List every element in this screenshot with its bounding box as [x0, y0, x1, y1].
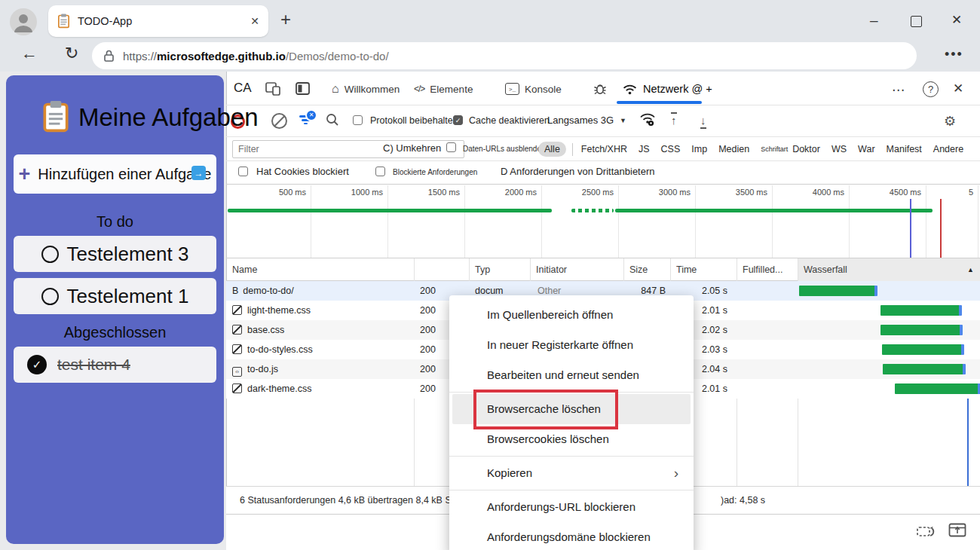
request-name-text: base.css — [247, 325, 284, 335]
invert-filter-label: C) Umkehren — [383, 142, 441, 154]
stylesheet-icon — [232, 383, 242, 393]
menu-item-bearbeiten-und-erneut-senden[interactable]: Bearbeiten und erneut senden — [449, 360, 694, 390]
list-item[interactable]: Testelement 1 — [14, 278, 216, 314]
add-task-button[interactable]: + Hinzufügen einer Aufgabe → — [14, 154, 216, 194]
devtools-more-button[interactable]: ⋯ — [892, 82, 905, 98]
filter-pill-manifest[interactable]: Manifest — [887, 144, 922, 154]
browser-tab[interactable]: TODO-App ✕ — [48, 5, 268, 37]
blocked-cookies-checkbox[interactable] — [238, 167, 248, 176]
back-button[interactable]: ← — [21, 44, 38, 63]
address-bar[interactable]: https://microsoftedge.github.io/Demos/de… — [92, 42, 917, 69]
filter-pill-war[interactable]: War — [858, 144, 874, 154]
todo-item-label: test item 4 — [57, 356, 130, 374]
timeline-gridline — [772, 185, 773, 258]
filter-pill-alle[interactable]: Alle — [538, 142, 566, 157]
disable-cache-label: Cache deaktivieren — [469, 115, 550, 126]
timeline-tick-label: 3000 ms — [638, 188, 691, 197]
todo-app-panel: To doTestelement 3Testelement 1Abgeschlo… — [6, 75, 224, 544]
filter-pill-andere[interactable]: Andere — [933, 144, 963, 154]
filter-toggle-icon[interactable]: ✕ — [297, 114, 314, 127]
import-har-icon[interactable]: ↓ — [700, 114, 706, 129]
filter-pill-ws[interactable]: WS — [831, 144, 847, 154]
menu-item-anforderungs-url-blockieren[interactable]: Anforderungs-URL blockieren — [449, 492, 694, 522]
export-har-icon[interactable]: ↑ — [671, 112, 677, 127]
window-minimize-button[interactable]: – — [870, 12, 878, 29]
panel-expand-icon[interactable] — [948, 523, 966, 537]
waterfall-bar — [882, 344, 964, 355]
profile-avatar[interactable] — [10, 8, 37, 35]
filter-pill-fetch-xhr[interactable]: Fetch/XHR — [581, 144, 627, 154]
blocked-requests-label: Blockierte Anforderungen — [393, 168, 477, 176]
list-item[interactable]: ✓test item 4 — [14, 347, 216, 383]
window-maximize-button[interactable] — [911, 16, 922, 27]
request-name: to-do-styles.css — [232, 340, 409, 359]
filter-pill-doktor[interactable]: Doktor — [792, 144, 820, 154]
network-conditions-icon[interactable] — [639, 112, 656, 127]
todo-section: Abgeschlossen✓test item 4 — [14, 320, 216, 383]
timeline-tick-label: 500 ms — [253, 188, 306, 197]
filter-pill-schriftart[interactable]: Schriftart — [761, 145, 788, 153]
timeline-tick-label: 1000 ms — [330, 188, 383, 197]
timeline-gridline — [311, 185, 311, 258]
tab-willkommen[interactable]: ⌂ Willkommen — [332, 78, 400, 100]
tab-close-icon[interactable]: ✕ — [250, 15, 259, 27]
menu-item-anforderungsdomäne-blockieren[interactable]: Anforderungsdomäne blockieren — [449, 522, 694, 550]
new-tab-button[interactable]: + — [280, 9, 291, 30]
timeline-tick-label: 3500 ms — [715, 188, 767, 197]
tab-elemente[interactable]: </> Elemente — [414, 78, 473, 100]
device-posture-icon[interactable] — [916, 524, 936, 540]
bug-icon[interactable] — [593, 81, 608, 96]
column-header-typ[interactable]: Typ — [469, 258, 530, 281]
disable-cache-checkbox[interactable]: ✓ — [453, 115, 463, 125]
tab-netzwerk[interactable]: Netzwerk @ + — [615, 75, 766, 103]
preserve-log-checkbox[interactable] — [353, 115, 363, 125]
todo-lists: To doTestelement 3Testelement 1Abgeschlo… — [14, 209, 216, 389]
filter-pill-js[interactable]: JS — [639, 144, 650, 154]
tab-title: TODO-App — [78, 15, 250, 27]
devtools-close-button[interactable]: ✕ — [953, 81, 963, 96]
filter-pill-imp[interactable]: Imp — [691, 144, 707, 154]
filter-pill-css[interactable]: CSS — [661, 144, 681, 154]
script-icon: ‹› — [232, 367, 242, 377]
person-icon — [10, 8, 37, 35]
network-settings-gear-icon[interactable]: ⚙ — [944, 113, 956, 130]
timeline-gridline — [387, 185, 388, 258]
window-close-button[interactable]: ✕ — [951, 12, 962, 28]
menu-item-kopieren[interactable]: Kopieren› — [449, 458, 694, 488]
tab-konsole[interactable]: >_ Konsole — [505, 78, 562, 100]
todo-radio-circle[interactable] — [41, 288, 59, 305]
invert-filter-checkbox[interactable] — [446, 142, 456, 152]
timeline-tick-label: 5 — [920, 188, 973, 197]
browser-menu-button[interactable]: ••• — [945, 47, 963, 63]
menu-item-in-neuer-registerkarte-öffnen[interactable]: In neuer Registerkarte öffnen — [449, 330, 694, 360]
todo-item-label: Testelement 1 — [67, 285, 189, 308]
filter-pill-medien[interactable]: Medien — [718, 144, 749, 154]
dock-side-icon[interactable] — [296, 82, 311, 95]
column-header-name[interactable]: Name — [226, 258, 414, 281]
column-header-time[interactable]: Time — [670, 258, 737, 281]
menu-item-im-quellenbereich-öffnen[interactable]: Im Quellenbereich öffnen — [449, 300, 694, 330]
device-emulation-icon[interactable] — [265, 82, 282, 96]
console-icon: >_ — [505, 83, 519, 95]
lock-icon — [104, 50, 114, 62]
check-circle-icon[interactable]: ✓ — [27, 355, 47, 374]
column-header-initiator[interactable]: Initiator — [530, 258, 623, 281]
waterfall-bar — [895, 383, 980, 394]
request-name-text: to-do.js — [247, 364, 278, 374]
column-header-size[interactable]: Size — [623, 258, 670, 281]
column-header-status[interactable] — [414, 258, 469, 281]
devtools-help-button[interactable]: ? — [923, 81, 939, 97]
overview-activity-bar — [615, 209, 933, 212]
list-item[interactable]: Testelement 3 — [14, 236, 216, 272]
clear-network-log-icon[interactable] — [271, 113, 287, 129]
column-header-wasserfall[interactable]: Wasserfall▲ — [798, 258, 980, 281]
todo-radio-circle[interactable] — [41, 246, 59, 263]
clipboard-icon — [57, 14, 70, 29]
refresh-button[interactable]: ↻ — [65, 44, 78, 63]
blocked-requests-checkbox[interactable] — [375, 167, 385, 176]
hide-data-urls-label[interactable]: Daten-URLs ausblenden — [463, 145, 546, 153]
search-icon[interactable] — [326, 113, 339, 127]
throttling-dropdown[interactable]: Langsames 3G — [547, 115, 614, 126]
column-header-fulfilled[interactable]: Fulfilled... — [737, 258, 798, 281]
inspect-element-button[interactable]: CA — [234, 81, 252, 96]
